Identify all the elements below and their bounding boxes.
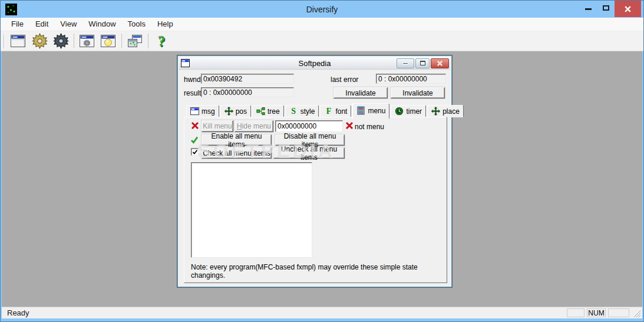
toolbar-separator: [148, 34, 148, 48]
hide-menu-rest: ide menu: [242, 122, 271, 130]
tab-font[interactable]: F font: [320, 105, 351, 117]
not-menu-x-icon: [345, 121, 354, 130]
status-pane-num: NUM: [587, 308, 606, 317]
child-close-icon: [437, 60, 443, 67]
help-button[interactable]: ?: [151, 32, 172, 50]
kill-menu-button[interactable]: Kill menu: [202, 120, 233, 132]
toolbar-separator: [121, 34, 122, 48]
not-menu-label: not menu: [355, 123, 384, 131]
menu-file[interactable]: File: [5, 18, 29, 31]
tab-menu[interactable]: menu: [352, 103, 389, 119]
child-minimize-icon: [402, 63, 408, 64]
new-window-icon: [10, 34, 27, 48]
tab-pos[interactable]: pos: [220, 105, 251, 117]
toolbar-grip[interactable]: [4, 34, 5, 48]
tab-label: style: [300, 107, 315, 116]
invalidate-button-2[interactable]: Invalidate: [391, 87, 445, 98]
tab-label: msg: [202, 107, 215, 116]
tab-msg[interactable]: msg: [186, 105, 219, 117]
msg-tab-icon: [190, 107, 199, 116]
tab-label: timer: [406, 107, 422, 116]
close-button[interactable]: [615, 1, 641, 17]
main-titlebar[interactable]: Diversify: [1, 1, 643, 18]
tab-timer[interactable]: timer: [391, 105, 426, 117]
maximize-button[interactable]: [597, 1, 615, 14]
cascade-windows-button[interactable]: [124, 32, 146, 50]
hwnd-field[interactable]: [201, 74, 294, 84]
tab-label: menu: [368, 107, 385, 115]
uncheck-all-button[interactable]: Uncheck all menu items: [273, 147, 345, 159]
menu-handle-input[interactable]: [275, 120, 343, 132]
dark-gear-icon: [53, 33, 69, 49]
window-gear-button[interactable]: [77, 32, 98, 50]
help-icon: ?: [158, 33, 166, 50]
enable-check-icon: [190, 136, 199, 144]
checkbox-check-icon: [192, 149, 198, 155]
style-tab-icon: S: [289, 107, 298, 116]
font-tab-icon: F: [324, 107, 333, 116]
child-maximize-icon: [420, 61, 425, 65]
cascade-windows-icon: [127, 34, 143, 48]
status-bar: Ready NUM: [1, 307, 643, 318]
note-text: Note: every program(MFC-based fxmpl) may…: [191, 263, 447, 280]
tab-label: tree: [267, 107, 280, 116]
last-error-field[interactable]: [376, 74, 446, 84]
gold-gear-button[interactable]: [29, 32, 50, 50]
result-field[interactable]: [201, 87, 294, 97]
hide-menu-button[interactable]: Hide menu: [235, 120, 273, 132]
dark-gear-button[interactable]: [50, 32, 71, 50]
menu-help[interactable]: Help: [151, 18, 179, 31]
menu-tab-icon: [356, 106, 365, 115]
menu-bar: File Edit View Window Tools Help: [1, 18, 643, 31]
child-minimize-button[interactable]: [397, 58, 414, 68]
menu-tab-panel: SOFTPEDIA Kill menu Hide menu not menu E…: [184, 117, 447, 283]
resize-grip[interactable]: [632, 308, 641, 318]
window-bulb-button[interactable]: [98, 32, 119, 50]
disable-all-button[interactable]: Disable all menu items: [275, 134, 345, 146]
menu-view[interactable]: View: [54, 18, 82, 31]
child-maximize-button[interactable]: [415, 58, 430, 68]
tab-tree[interactable]: tree: [252, 105, 284, 117]
tab-label: place: [442, 107, 460, 116]
window-gear-icon: [79, 34, 95, 48]
status-pane-empty-1: [567, 308, 584, 317]
place-tab-icon: [431, 107, 440, 116]
child-content: hwnd last error result Invalidate Invali…: [179, 70, 450, 285]
minimize-button[interactable]: [579, 1, 597, 14]
minimize-icon: [585, 8, 592, 10]
menu-window[interactable]: Window: [82, 18, 121, 31]
pos-tab-icon: [224, 107, 233, 116]
menu-edit[interactable]: Edit: [29, 18, 54, 31]
last-error-label: last error: [331, 75, 358, 84]
app-icon[interactable]: [5, 4, 17, 15]
window-bottom-border: [1, 318, 643, 321]
tab-place[interactable]: place: [427, 105, 464, 117]
tab-style[interactable]: S style: [285, 105, 319, 117]
status-ready: Ready: [7, 308, 29, 317]
child-window-icon: [181, 59, 190, 67]
result-label: result: [184, 89, 201, 97]
enable-all-button[interactable]: Enable all menu items: [202, 134, 272, 146]
invalidate-button-1[interactable]: Invalidate: [333, 87, 388, 98]
status-pane-empty-2: [608, 308, 629, 317]
child-titlebar[interactable]: Softpedia: [179, 57, 450, 70]
menu-items-listbox[interactable]: [191, 162, 312, 258]
close-icon: [624, 5, 632, 13]
toolbar-separator: [74, 34, 74, 48]
timer-tab-icon: [395, 107, 404, 116]
menu-tools[interactable]: Tools: [122, 18, 151, 31]
tab-label: pos: [236, 107, 247, 116]
maximize-icon: [603, 5, 609, 11]
hide-menu-accel: H: [237, 122, 242, 130]
child-close-button[interactable]: [431, 58, 449, 68]
child-window: Softpedia hwnd last error result Invalid…: [177, 55, 452, 287]
tab-strip: msg pos tree S style F: [186, 102, 465, 117]
tree-tab-icon: [256, 107, 265, 116]
tab-label: font: [335, 107, 347, 116]
gold-gear-icon: [32, 33, 48, 49]
window-bulb-icon: [100, 34, 117, 48]
check-all-checkbox[interactable]: [191, 148, 199, 156]
check-all-button[interactable]: Check all menu items: [202, 147, 272, 159]
new-window-button[interactable]: [8, 32, 29, 50]
toolbar: ?: [1, 31, 643, 51]
